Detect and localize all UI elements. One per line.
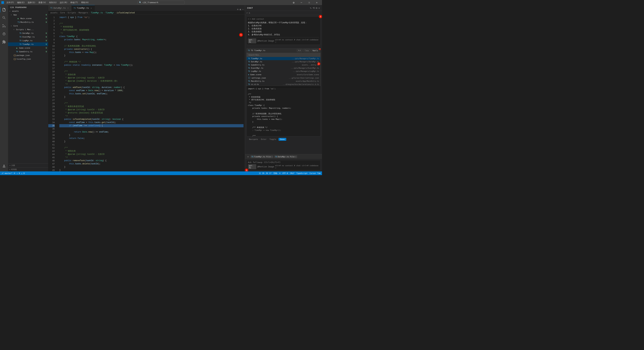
nav-tab-enter[interactable]: Enter: [260, 138, 268, 141]
sidebar-item-eventmgr[interactable]: TS EventMgr.ts U: [8, 35, 48, 39]
search-result-settings[interactable]: {} settings.json ...g/Cursor/User/settin…: [247, 76, 320, 80]
outline-toggle[interactable]: ▾大纲: [10, 164, 47, 167]
line-ending-info[interactable]: CRLF: [290, 172, 294, 174]
sidebar-item-game-scene[interactable]: ◈ Game.scene U: [8, 46, 48, 50]
sidebar-item-app[interactable]: ▾ App U: [8, 13, 48, 16]
sidebar-item-gameentry[interactable]: TS GameEntry.ts U: [8, 50, 48, 53]
chat-input-area[interactable]: 3 + + Add context 根据DataMgr的风格，帮我们写一个Tim…: [246, 16, 321, 45]
code-content[interactable]: import { sys } from 'cc'; /** * 时间管理器 * …: [57, 14, 245, 171]
sidebar-item-main-scene[interactable]: ◈ Main.scene U: [8, 16, 48, 20]
sidebar-item-timemgr[interactable]: TS TimeMgr.ts U: [8, 42, 48, 46]
context-tab-datamgr[interactable]: TS DataMgr.ts File ✕: [274, 155, 297, 158]
warnings-count[interactable]: △ 0: [21, 172, 25, 174]
breadcrumb-class[interactable]: TimeMgr: [106, 11, 114, 14]
sync-icon[interactable]: ⟳: [14, 172, 15, 174]
breadcrumb-core[interactable]: Core: [60, 11, 65, 14]
tab-close-button[interactable]: ✕: [67, 7, 70, 9]
search-result-gameentry[interactable]: 2 TS GameEntry.ts assets...entry.ts: [247, 63, 320, 66]
maximize-button[interactable]: ❐: [305, 0, 313, 5]
search-files-input[interactable]: [247, 53, 320, 57]
menu-edit[interactable]: 编辑(E): [16, 1, 26, 4]
tab-close-button[interactable]: ✕: [90, 7, 92, 9]
git-icon[interactable]: [0, 22, 8, 30]
sidebar-item-assets[interactable]: ▾ assets: [8, 9, 48, 13]
mention-button[interactable]: @Mention: [257, 40, 267, 42]
search-result-eventmgr[interactable]: TS EventMgr.ts ...ipts/Managers/EventMgr…: [247, 66, 320, 70]
bottom-image-button[interactable]: Image: [268, 166, 274, 168]
menu-file[interactable]: 文件(F): [5, 1, 16, 4]
chat-followup-input[interactable]: 1 Ask followup (Ctrl+Shift+Y) gpt-4o @Me…: [246, 160, 321, 170]
search-result-gamescene[interactable]: ◈ Game.scene assets/Core/Game.scene: [247, 73, 320, 76]
sidebar-item-package-json[interactable]: {} package.json: [8, 53, 48, 57]
menu-help[interactable]: 帮助(H): [80, 1, 90, 4]
timeline-toggle[interactable]: ▸时间线: [10, 168, 47, 171]
ask-button[interactable]: Ask: [297, 49, 302, 52]
nav-tab-navigate[interactable]: Navigate: [248, 138, 259, 141]
search-result-timemgr[interactable]: TS TimeMgr.ts ...ipts/Managers/TimeMgr.t…: [247, 57, 320, 60]
bottom-mention-button[interactable]: @Mention: [257, 166, 267, 168]
menu-select[interactable]: 选择(S): [26, 1, 37, 4]
close-tab-icon[interactable]: ✕: [295, 156, 296, 158]
menu-bar[interactable]: 文件(F) 编辑(E) 选择(S) 查看(V) 转到(G) 运行(R) 终端(T…: [5, 1, 90, 4]
minimize-button[interactable]: ─: [298, 0, 305, 5]
chat-history-icon[interactable]: ⟲: [312, 6, 315, 9]
breadcrumb-managers[interactable]: Managers: [79, 11, 88, 14]
extensions-icon[interactable]: [0, 38, 8, 46]
menu-view[interactable]: 查看(V): [37, 1, 48, 4]
breadcrumb-method[interactable]: isTaskCompleted: [116, 11, 135, 14]
search-result-datamgr[interactable]: TS DataMgr.ts ...ipts/Managers/DataMgr.t…: [247, 60, 320, 63]
breadcrumb-file[interactable]: TimeMgr.ts: [91, 11, 103, 14]
menu-goto[interactable]: 转到(G): [48, 1, 58, 4]
explorer-icon[interactable]: [0, 6, 8, 14]
image-button[interactable]: Image: [268, 40, 274, 42]
bottom-model-selector[interactable]: gpt-4o: [248, 164, 256, 169]
menu-terminal[interactable]: 终端(T): [69, 1, 80, 4]
apply-button[interactable]: Apply: [311, 49, 319, 52]
add-tab-button[interactable]: +: [246, 155, 250, 158]
status-right: 行 35，列 17 空格: 4 UTF-8 CRLF TypeScript Cu…: [259, 172, 321, 175]
tab-timemgr[interactable]: TS TimeMgr.ts ✕: [72, 5, 95, 11]
done-button[interactable]: Done: [278, 138, 286, 141]
sidebar-item-datamgr[interactable]: TS DataMgr.ts U: [8, 31, 48, 35]
sidebar-item-logmgr[interactable]: TS LogMgr.ts U: [8, 39, 48, 42]
model-selector[interactable]: gpt-4o: [248, 38, 256, 43]
git-branch[interactable]: ⎇ master*: [1, 172, 12, 174]
sidebar-item-scripts[interactable]: ▾ Scripts \ Man...: [8, 28, 48, 31]
global-search[interactable]: 🔍 c2d_framework: [138, 1, 184, 4]
sidebar-item-tsconfig[interactable]: {} tsconfig.json: [8, 57, 48, 61]
more-icon[interactable]: ⋯: [242, 8, 244, 11]
context-tab-timemgr[interactable]: TS TimeMgr.ts File ✕: [250, 155, 273, 158]
outline-section[interactable]: ▾大纲: [8, 163, 48, 167]
breadcrumb-assets[interactable]: assets: [50, 11, 58, 14]
debug-icon[interactable]: [0, 30, 8, 38]
language-mode[interactable]: TypeScript: [296, 172, 308, 174]
search-result-mainentry[interactable]: TS MainEntry.ts assets/App/MainEntry.ts: [247, 80, 320, 83]
sidebar-item-core[interactable]: ▾ Core: [8, 24, 48, 28]
split-editor-icon[interactable]: ⊞: [237, 8, 239, 11]
timeline-section[interactable]: ▸时间线: [8, 167, 48, 171]
breadcrumb-scripts[interactable]: Scripts: [68, 11, 76, 14]
chat-close-icon[interactable]: ✕: [318, 6, 320, 9]
layout-icon[interactable]: ▣: [240, 8, 241, 11]
chat-new-icon[interactable]: ✎: [310, 6, 312, 9]
close-button[interactable]: ✕: [313, 0, 321, 5]
spaces-info[interactable]: 空格: 4: [273, 172, 280, 175]
code-editor[interactable]: 5 12345 678910 1112131415 1617181920 212…: [48, 14, 245, 171]
copy-button[interactable]: Copy: [304, 49, 310, 52]
cursor-tab-info[interactable]: Cursor Tab: [310, 172, 321, 174]
chat-settings-icon[interactable]: ⚙: [316, 6, 318, 9]
account-icon[interactable]: [0, 162, 8, 170]
add-context-button[interactable]: + + Add context: [248, 18, 319, 20]
close-tab-icon[interactable]: ✕: [271, 156, 272, 158]
search-result-logmgr[interactable]: TS LogMgr.ts ...ipts/Managers/LogMgr.ts: [247, 70, 320, 73]
cursor-position[interactable]: 行 35，列 17: [259, 172, 271, 175]
menu-run[interactable]: 运行(R): [58, 1, 69, 4]
search-result-ccdts[interactable]: TS cc.d.ts ...d/engine/bin/declarations/…: [247, 83, 320, 86]
encoding-info[interactable]: UTF-8: [282, 172, 288, 174]
sidebar-item-mainentry[interactable]: TS MainEntry.ts U: [8, 20, 48, 24]
search-icon[interactable]: [0, 14, 8, 22]
nav-tab-toggle[interactable]: Toggle: [268, 138, 278, 141]
errors-count[interactable]: ⚠ 0: [16, 172, 20, 174]
tab-datamgr[interactable]: TS DataMgr.ts ✕: [48, 5, 72, 11]
settings-icon[interactable]: ⚙: [290, 0, 298, 5]
